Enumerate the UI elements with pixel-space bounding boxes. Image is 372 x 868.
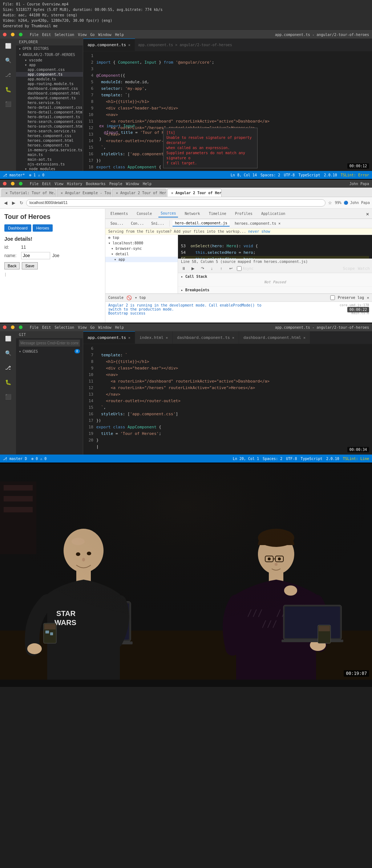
tab2-close-3[interactable]: ✕ [232, 336, 234, 340]
sidebar-item-node-modules[interactable]: ▾ node_modules [16, 167, 83, 171]
browser-tab-3[interactable]: ✕ Angular 2 Tour of Heroes [112, 189, 166, 197]
language-mode-1[interactable]: TypeScript [298, 173, 320, 177]
search-icon-2[interactable]: 🔍 [4, 349, 12, 357]
sidebar-item-hero-service[interactable]: hero.service.ts [16, 100, 83, 105]
tab2-close-2[interactable]: ✕ [166, 336, 168, 340]
maximize-btn-2[interactable] [19, 325, 23, 329]
sidebar-item-hero-search-service[interactable]: hero-search.service.ts [16, 129, 83, 133]
menu-go[interactable]: Go [90, 33, 94, 37]
code-editor-2[interactable]: 678910 1112131415 16171819 20 template: … [83, 344, 372, 455]
sidebar-item-hero-search-css[interactable]: hero-search.component.css [16, 119, 83, 124]
sidebar-item-dashboard-ts[interactable]: dashboard.component.ts [16, 96, 83, 100]
menu-file-b[interactable]: File [30, 182, 39, 186]
async-check[interactable] [237, 266, 242, 271]
menu2-selection[interactable]: Selection [54, 325, 74, 329]
sources-tab-sou[interactable]: Sou... [108, 221, 126, 226]
editor-tab2-dashboard-ts[interactable]: dashboard.component.ts ✕ [173, 331, 239, 344]
sidebar-item-hero-detail-html[interactable]: hero-detail.component.html [16, 110, 83, 115]
browser-close-btn[interactable] [3, 182, 7, 185]
sources-tab-con[interactable]: Con... [129, 221, 146, 226]
toh-nav-dashboard[interactable]: Dashboard [4, 224, 31, 232]
callstack-header[interactable]: ▸ Call Stack [181, 275, 369, 279]
git-icon-2[interactable]: ⎇ [4, 363, 12, 372]
menu2-file[interactable]: File [30, 325, 39, 329]
menu2-view[interactable]: View [78, 325, 86, 329]
never-show-link[interactable]: never show [248, 229, 270, 233]
console-clear-icon[interactable]: 🚫 [126, 295, 132, 300]
tree-item-detail[interactable]: ▾ detail [105, 251, 178, 257]
devtools-close-icon[interactable]: ✕ [366, 211, 369, 217]
devtools-code-view[interactable]: 53 onSelect(hero: Hero): void { 54 this.… [178, 235, 372, 259]
console-close-icon[interactable]: ✕ [367, 296, 369, 300]
devtools-tab-elements[interactable]: Elements [108, 210, 130, 217]
tab-close-icon[interactable]: ✕ [128, 43, 130, 47]
debug-step-out-btn[interactable]: ↑ [218, 265, 225, 272]
browser-maximize-btn[interactable] [19, 182, 23, 185]
menu-window[interactable]: Window [98, 33, 112, 37]
debug-step-into-btn[interactable]: ↓ [209, 265, 215, 272]
tab2-close-1[interactable]: ✕ [128, 336, 130, 340]
explorer-icon-2[interactable]: ⬜ [4, 334, 12, 343]
language-mode-2[interactable]: TypeScript [300, 457, 322, 461]
browser-tab-1[interactable]: ✕ Tutorial: Tour of He... [1, 189, 56, 197]
menu-help-b[interactable]: Help [143, 182, 151, 186]
sidebar-item-dashboard-html[interactable]: dashboard.component.html [16, 91, 83, 96]
async-checkbox[interactable]: Async [237, 266, 254, 271]
sidebar-item-vscode[interactable]: ▾ vscode [16, 58, 83, 63]
browser-tab-4[interactable]: ✕ Angular 2 Tour of Heroes [167, 189, 222, 197]
tree-item-app[interactable]: ▾ app [105, 257, 178, 262]
breakpoints-header[interactable]: ▸ Breakpoints [181, 288, 369, 292]
sidebar-item-in-memory[interactable]: in-memory-data.service.ts [16, 148, 83, 152]
sidebar-item-app[interactable]: ▾ app [16, 63, 83, 67]
back-button[interactable]: ◀ [2, 200, 9, 206]
toh-save-button[interactable]: Save [22, 262, 37, 269]
explorer-icon[interactable]: ⬜ [4, 41, 12, 50]
tree-item-localhost[interactable]: ▾ localhost:8000 [105, 240, 178, 246]
menu-help[interactable]: Help [115, 33, 124, 37]
devtools-tab-console[interactable]: Console [134, 210, 154, 217]
sidebar-item-hero-detail-css[interactable]: hero-detail.component.css [16, 105, 83, 110]
editor-tab-app-component[interactable]: app.component.ts ✕ [83, 39, 135, 51]
devtools-tab-application[interactable]: Application [259, 210, 287, 217]
sidebar-item-hero-detail-ts[interactable]: hero-detail.component.ts [16, 115, 83, 119]
menu-selection[interactable]: Selection [54, 33, 74, 37]
sidebar-item-main-aot[interactable]: main-aot.ts [16, 157, 83, 162]
devtools-tab-sources[interactable]: Sources [158, 210, 178, 217]
sidebar-item-heroes-ts[interactable]: heroes.component.ts [16, 143, 83, 148]
project-section[interactable]: ▾ANGULAR/2-TOUR-OF-HEROES [16, 52, 83, 58]
git-icon[interactable]: ⎇ [4, 71, 12, 79]
sidebar-item-heroes-html[interactable]: heroes.component.html [16, 138, 83, 143]
source-file-heroes[interactable]: heroes.component.ts × [232, 221, 283, 226]
devtools-tab-network[interactable]: Network [182, 210, 202, 217]
top-filter[interactable]: ▾ top [135, 296, 146, 300]
open-editors-section[interactable]: ▸OPEN EDITORS [16, 45, 83, 52]
menu-edit[interactable]: Edit [42, 33, 51, 37]
editor-tab2-index-html[interactable]: index.html ✕ [135, 331, 173, 344]
sidebar-item-app-component-ts[interactable]: app.component.ts [16, 72, 83, 77]
git-branch-2[interactable]: ⎇ master D [3, 457, 27, 461]
menu-window-b[interactable]: Window [126, 182, 139, 186]
menu-edit-b[interactable]: Edit [42, 182, 51, 186]
preserve-log-checkbox[interactable] [330, 295, 335, 300]
editor-tab2-app-component[interactable]: app.component.ts ✕ [83, 331, 135, 344]
debug-step-over-btn[interactable]: ↷ [199, 265, 206, 272]
url-bar[interactable] [26, 199, 326, 207]
bookmarks-icon[interactable]: ☆ [327, 200, 333, 206]
editor-tab2-dashboard-html[interactable]: dashboard.component.html ✕ [239, 331, 310, 344]
menu-bookmarks-b[interactable]: Bookmarks [86, 182, 105, 186]
sidebar-item-app-module[interactable]: app.module.ts [16, 77, 83, 81]
code-text-2[interactable]: template: ` <h1>{{title}}</h1> <div clas… [96, 345, 372, 453]
debug-icon-2[interactable]: 🐛 [4, 378, 12, 387]
browser-minimize-btn[interactable] [11, 182, 15, 185]
devtools-tab-timeline[interactable]: Timeline [207, 210, 229, 217]
devtools-tab-profiles[interactable]: Profiles [233, 210, 255, 217]
extensions-icon[interactable]: ⬛ [4, 100, 12, 108]
forward-button[interactable]: ▶ [10, 200, 17, 206]
debug-pause-btn[interactable]: ⏸ [180, 265, 187, 272]
menu2-edit[interactable]: Edit [42, 325, 51, 329]
sidebar-item-heroes-css[interactable]: heroes.component.css [16, 133, 83, 138]
close-btn-2[interactable] [3, 325, 7, 329]
browser-tab-2[interactable]: ✕ Angular Example - Tour... [57, 189, 111, 197]
debug-icon[interactable]: 🐛 [4, 85, 12, 94]
sidebar-item-njs[interactable]: njs-extensions.ts [16, 162, 83, 167]
